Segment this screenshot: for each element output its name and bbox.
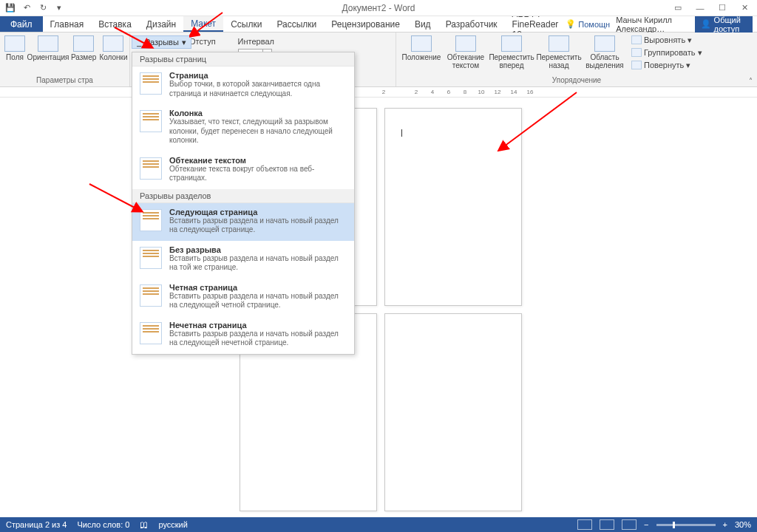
selection-pane-button[interactable]: Область выделения: [584, 34, 625, 76]
tab-references[interactable]: Ссылки: [223, 16, 269, 32]
rotate-button[interactable]: Повернуть▾: [631, 59, 702, 71]
breaks-menu: Разрывы страниц СтраницаВыбор точки, в к…: [132, 52, 355, 355]
annotation-arrow: [86, 180, 145, 217]
wrap-text-button[interactable]: Обтекание текстом: [445, 34, 486, 76]
minimize-icon[interactable]: —: [690, 1, 710, 15]
send-backward-button[interactable]: Переместить назад: [537, 34, 581, 76]
zoom-out-button[interactable]: −: [644, 520, 648, 529]
align-button[interactable]: Выровнять▾: [631, 34, 702, 46]
tab-mailings[interactable]: Рассылки: [269, 16, 324, 32]
rotate-icon: [631, 61, 642, 69]
tab-review[interactable]: Рецензирование: [324, 16, 407, 32]
view-print-layout-button[interactable]: [600, 519, 614, 530]
share-icon: 👤: [701, 19, 711, 29]
group-label-arrange: Упорядочение: [401, 76, 753, 85]
orientation-button[interactable]: Ориентация: [28, 34, 68, 76]
status-language[interactable]: русский: [158, 520, 187, 529]
menu-item-next-page[interactable]: Следующая страницаВставить разрыв раздел…: [132, 203, 354, 241]
tab-finereader[interactable]: ABBYY FineReader 12: [505, 16, 566, 32]
column-break-icon: [140, 110, 162, 132]
zoom-slider[interactable]: [656, 524, 716, 526]
menu-item-odd-page[interactable]: Нечетная страницаВставить разрыв раздела…: [132, 316, 354, 354]
margins-button[interactable]: Поля: [4, 34, 25, 76]
tell-me-button[interactable]: 💡Помощн: [566, 19, 610, 29]
even-page-icon: [140, 284, 162, 307]
menu-item-column-break[interactable]: КолонкаУказывает, что текст, следующий з…: [132, 104, 354, 151]
status-word-count[interactable]: Число слов: 0: [77, 520, 129, 529]
chevron-down-icon: ▾: [182, 38, 186, 47]
chevron-down-icon: ▾: [686, 61, 690, 70]
tab-home[interactable]: Главная: [43, 16, 92, 32]
menu-item-page-break[interactable]: СтраницаВыбор точки, в которой заканчива…: [132, 66, 354, 104]
size-button[interactable]: Размер: [71, 34, 96, 76]
status-page[interactable]: Страница 2 из 4: [6, 520, 67, 529]
menu-item-even-page[interactable]: Четная страницаВставить разрыв раздела и…: [132, 279, 354, 316]
document-area[interactable]: 2 4 6 8 10 12 14 16 18 20 22 24: [13, 98, 757, 517]
svg-line-0: [195, 13, 223, 33]
ribbon-options-icon[interactable]: ▭: [668, 1, 688, 15]
group-button[interactable]: Группировать▾: [631, 47, 702, 58]
continuous-icon: [140, 247, 162, 269]
menu-header-page-breaks: Разрывы страниц: [132, 52, 354, 66]
svg-line-2: [89, 184, 136, 208]
close-icon[interactable]: ✕: [735, 1, 754, 15]
tab-developer[interactable]: Разработчик: [438, 16, 505, 32]
account-name[interactable]: Маныч Кирилл Александр…: [616, 16, 688, 33]
tab-view[interactable]: Вид: [407, 16, 438, 32]
status-bar: Страница 2 из 4 Число слов: 0 🕮 русский …: [0, 517, 757, 532]
horizontal-ruler[interactable]: 2 2 4 6 8 10 12 14 16: [0, 87, 757, 98]
redo-icon[interactable]: ↻: [37, 2, 49, 14]
share-button[interactable]: 👤Общий доступ: [695, 14, 753, 35]
menu-header-section-breaks: Разрывы разделов: [132, 189, 354, 203]
zoom-level[interactable]: 30%: [735, 520, 751, 529]
position-button[interactable]: Положение: [401, 34, 442, 76]
text-wrapping-icon: [140, 157, 162, 180]
window-controls: ▭ — ☐ ✕: [668, 1, 757, 15]
page-thumbnail[interactable]: [384, 313, 522, 511]
view-web-layout-button[interactable]: [622, 519, 637, 530]
undo-icon[interactable]: ↶: [21, 2, 33, 14]
bulb-icon: 💡: [566, 19, 576, 29]
group-icon: [631, 48, 642, 57]
collapse-ribbon-icon[interactable]: ˄: [749, 77, 753, 85]
svg-line-1: [115, 27, 146, 44]
menu-item-continuous[interactable]: Без разрываВставить разрыв раздела и нач…: [132, 241, 354, 279]
chevron-down-icon: ▾: [688, 35, 692, 45]
annotation-arrow: [189, 9, 226, 38]
proofing-icon[interactable]: 🕮: [140, 520, 148, 529]
maximize-icon[interactable]: ☐: [713, 1, 732, 15]
spacing-label: Интервал: [238, 37, 282, 46]
group-label-page-setup: Параметры стра: [4, 76, 125, 85]
page-break-icon: [140, 72, 162, 95]
svg-line-3: [504, 92, 577, 146]
menu-item-text-wrapping[interactable]: Обтекание текстомОбтекание текста вокруг…: [132, 151, 354, 189]
annotation-arrow: [495, 89, 584, 155]
quick-access-toolbar: 💾 ↶ ↻ ▾: [0, 2, 65, 14]
save-icon[interactable]: 💾: [4, 2, 16, 14]
tab-file[interactable]: Файл: [0, 16, 43, 32]
align-icon: [631, 35, 642, 44]
view-read-mode-button[interactable]: [577, 519, 592, 530]
zoom-in-button[interactable]: +: [723, 520, 727, 529]
cursor-caret: [401, 129, 402, 137]
qat-customize-icon[interactable]: ▾: [53, 2, 65, 14]
title-bar: 💾 ↶ ↻ ▾ Документ2 - Word ▭ — ☐ ✕: [0, 0, 757, 16]
bring-forward-button[interactable]: Переместить вперед: [489, 34, 534, 76]
window-title: Документ2 - Word: [342, 3, 415, 13]
chevron-down-icon: ▾: [698, 48, 702, 58]
annotation-arrow: [111, 24, 155, 53]
odd-page-icon: [140, 322, 162, 344]
